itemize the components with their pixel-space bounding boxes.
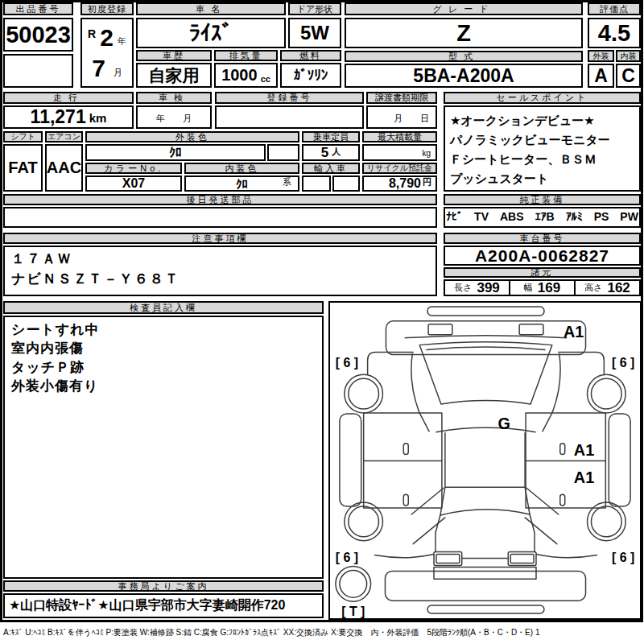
- inspector-line: 室内内張傷: [11, 339, 316, 357]
- int-color-value: ｸﾛ: [236, 177, 248, 191]
- sales-point-line: Ｆシートヒーター、ＢＳＭ: [450, 150, 634, 169]
- ext-color: ｸﾛ: [85, 144, 266, 161]
- sales-point-line: プッシュスタート: [450, 169, 634, 188]
- damage-code-legend: A:ｷｽﾞ U:ﾍｺﾐ B:ｷｽﾞを伴うﾍｺﾐ P:要塗装 W:補修跡 S:錆 …: [3, 627, 642, 638]
- displacement-number: 1000: [221, 66, 258, 85]
- fuel: ｶﾞｿﾘﾝ: [280, 63, 341, 88]
- import-cell-right: [332, 175, 360, 192]
- sill-left: [340, 414, 361, 506]
- color-no: X07: [85, 175, 182, 192]
- fender-front-right: [559, 353, 605, 375]
- height-value: 162: [607, 280, 630, 296]
- width-value: 169: [538, 280, 560, 296]
- spec-height: 高さ 162: [574, 281, 639, 295]
- mileage: 11,271 km: [3, 105, 134, 129]
- door-shape-header: ドア形状: [288, 2, 341, 15]
- tailgate-side-right: [530, 514, 535, 552]
- mark-tire-rear-right: [ 6 ]: [612, 551, 634, 564]
- tailgate-side-left: [436, 515, 440, 552]
- first-reg-month-unit: 月: [114, 67, 122, 79]
- displacement-header: 排気量: [214, 50, 278, 61]
- spare-tire: [336, 566, 371, 601]
- aircon: AAC: [45, 144, 83, 192]
- int-color: ｸﾛ 系: [184, 175, 299, 192]
- fender-front-left: [368, 353, 414, 375]
- notes: １７ＡＷ ナビＮＳＺＴ－Ｙ６８Ｔ: [3, 246, 437, 296]
- spec-length: 長さ 399: [445, 281, 509, 295]
- wheel-front-left-inner: [349, 378, 379, 409]
- equipment-header: 純正装備: [444, 194, 641, 205]
- taillight-left-inner: [436, 555, 460, 564]
- front-bumper: [427, 307, 544, 316]
- inspector-notes: シートすれ中 室内内張傷 タッチＰ跡 外装小傷有り: [3, 316, 324, 579]
- car-name-header: 車名: [136, 2, 286, 15]
- length-label: 長さ: [454, 282, 472, 294]
- chassis-no: A200A-0062827: [444, 246, 641, 266]
- first-reg-value: R 2 年 7 月: [80, 18, 134, 88]
- trunk-panel: [385, 571, 585, 601]
- exterior-grade: A: [588, 64, 614, 88]
- office-notice: ★山口特設ﾔｰﾄﾞ★山口県宇部市大字妻崎開作720: [3, 593, 324, 618]
- mileage-number: 11,271: [31, 106, 86, 128]
- sales-points-header: セールスポイント: [444, 92, 641, 104]
- shift: FAT: [3, 144, 43, 192]
- auction-no: 50023: [3, 18, 73, 52]
- notes-header: 注意事項欄: [3, 233, 437, 244]
- sales-point-line: パノラミックビューモニター: [450, 130, 634, 150]
- office-header: 事務局よりご案内: [3, 580, 324, 592]
- ext-color-header: 外装色: [85, 131, 299, 142]
- int-color-header: 内装色: [184, 163, 299, 174]
- spare-tire-inner: [340, 570, 367, 597]
- mileage-unit: km: [89, 111, 107, 127]
- windshield: [419, 342, 552, 404]
- sill-right: [609, 414, 630, 506]
- factory-equipment: ﾅﾋﾞ TV ABS ｴｱB ｱﾙﾐ PS PW: [444, 207, 641, 228]
- interior-grade-header: 内装: [616, 50, 641, 62]
- windshield-inner-line: [427, 347, 545, 349]
- quarter-edge-left: [375, 555, 434, 558]
- transfer-deadline-header: 譲渡書類期限: [366, 92, 437, 104]
- int-color-suffix: 系: [283, 176, 291, 188]
- recycle-unit: 円: [423, 176, 431, 190]
- sales-point-line: ★オークションデビュー★: [450, 111, 634, 130]
- hood-vent-right: [519, 324, 543, 335]
- length-value: 399: [477, 280, 499, 296]
- auction-sheet: 出品番号 50023 初度登録 R 2 年 7 月 車名 ドア形状 ﾗｲｽﾞ 5…: [0, 0, 644, 644]
- import-header: 輸入車: [302, 163, 360, 174]
- score: 4.5: [588, 18, 641, 48]
- capacity-header: 乗車定員: [302, 131, 360, 142]
- door-handle-rear-left: [403, 494, 408, 506]
- auction-no-empty-cell: [3, 54, 73, 88]
- reg-no-header: 登録番号: [215, 92, 364, 104]
- fuel-header: 燃料: [280, 50, 341, 61]
- mark-door-rear-right: A1: [574, 469, 594, 486]
- payload-header: 最大積載量: [362, 131, 437, 142]
- mark-tire-front-right: [ 6 ]: [612, 356, 634, 369]
- recycle-number: 8,790: [389, 176, 421, 191]
- hood-vent-left: [428, 324, 452, 335]
- wheel-front-right-inner: [591, 378, 621, 409]
- specs-values: 長さ 399 幅 169 高さ 162: [444, 279, 641, 296]
- mark-tire-rear-left: [ 6 ]: [336, 551, 358, 564]
- wheel-rear-left-inner: [349, 506, 379, 537]
- width-label: 幅: [524, 282, 533, 294]
- capacity-number: 5: [321, 145, 328, 161]
- mileage-header: 走行: [3, 92, 134, 104]
- import-cell-left: [302, 175, 331, 192]
- model-code-header: 型式: [345, 51, 583, 62]
- shaken-header: 車検: [136, 92, 212, 104]
- first-reg-header: 初度登録: [80, 2, 134, 15]
- history-header: 車歴: [136, 50, 212, 61]
- interior-grade: C: [616, 64, 641, 88]
- mark-hood: A1: [564, 323, 584, 341]
- chassis-no-header: 車台番号: [444, 233, 641, 244]
- wheel-rear-right-inner: [591, 506, 621, 537]
- grade: Z: [345, 18, 583, 48]
- quarter-edge-right: [536, 555, 597, 558]
- first-reg-month: 7: [92, 58, 105, 79]
- door-handle-rear-right: [560, 494, 565, 506]
- taillight-right-inner: [510, 555, 534, 564]
- history: 自家用: [136, 63, 212, 88]
- inspector-header: 検査員記入欄: [3, 301, 324, 314]
- grade-header: グレード: [345, 2, 583, 15]
